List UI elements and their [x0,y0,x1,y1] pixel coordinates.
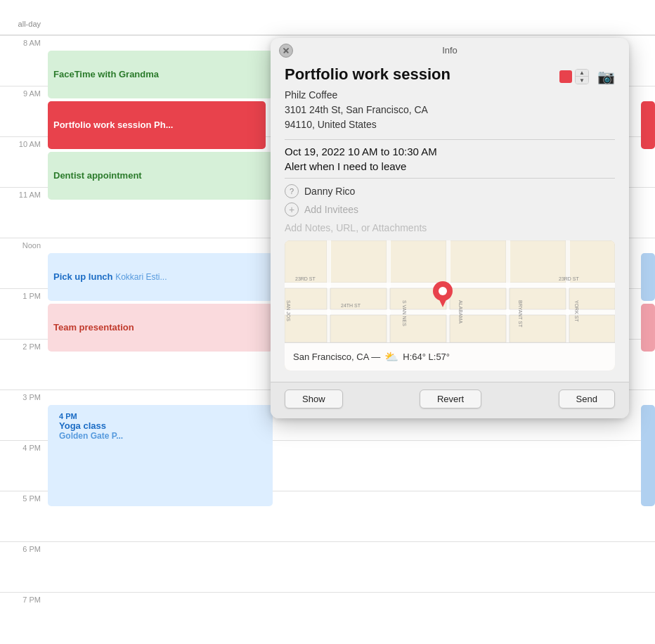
event-portfolio[interactable]: Portfolio work session Ph... [48,101,266,149]
all-day-label: all-day [0,20,48,28]
event-yoga-title: Yoga class [59,420,261,431]
event-lunch-title: Pick up lunch Kokkari Esti... [53,271,167,282]
time-label-4pm: 4 PM [0,441,48,452]
event-yoga[interactable]: 4 PM Yoga class Golden Gate P... [48,405,273,506]
time-label-1pm: 1 PM [0,289,48,300]
time-label-10am: 10 AM [0,137,48,148]
event-facetime-title: FaceTime with Grandma [53,69,159,79]
all-day-row: all-day [0,13,655,35]
map-canvas: 23RD ST 23RD ST 24TH ST SAN JOS S VAN NE… [285,240,615,342]
svg-rect-20 [285,315,327,342]
weather-text: San Francisco, CA — [293,352,380,362]
time-label-11am: 11 AM [0,188,48,199]
time-row-7pm: 7 PM [0,592,655,643]
revert-button[interactable]: Revert [420,389,481,408]
time-label-2pm: 2 PM [0,340,48,351]
event-lunch-right-bar [641,253,655,301]
person-icon: ? [285,184,299,198]
weather-temp: H:64° L:57° [403,352,450,362]
add-invitees-row[interactable]: + Add Invitees [285,202,615,217]
time-label-8am: 8 AM [0,36,48,47]
event-dentist-title: Dentist appointment [53,170,142,181]
event-yoga-time: 4 PM [59,412,261,420]
svg-text:23RD ST: 23RD ST [559,276,580,281]
event-portfolio-right-bar [641,101,655,149]
event-dentist[interactable]: Dentist appointment [48,152,273,200]
time-slot-7pm [48,593,655,643]
popup-notes-placeholder[interactable]: Add Notes, URL, or Attachments [285,222,615,233]
popup-map[interactable]: 23RD ST 23RD ST 24TH ST SAN JOS S VAN NE… [285,240,615,371]
popup-controls: ▲ ▼ 📷 [559,68,615,85]
svg-rect-2 [330,240,387,283]
time-label-9am: 9 AM [0,86,48,98]
time-label-3pm: 3 PM [0,390,48,401]
svg-rect-4 [450,240,506,283]
popup-event-header: Portfolio work session ▲ ▼ 📷 [285,65,615,85]
time-row-6pm: 6 PM [0,541,655,592]
popup-alert: Alert when I need to leave [285,160,615,172]
event-yoga-inner: 4 PM Yoga class Golden Gate P... [53,408,267,445]
stepper-down[interactable]: ▼ [576,77,588,84]
event-yoga-location: Golden Gate P... [59,431,261,441]
event-lunch[interactable]: Pick up lunch Kokkari Esti... [48,253,273,301]
svg-text:S VAN NES: S VAN NES [402,300,407,326]
svg-text:YORK ST: YORK ST [574,300,579,322]
svg-point-35 [439,287,447,295]
weather-icon: ⛅ [384,350,398,363]
svg-text:ALABAMA: ALABAMA [458,300,463,323]
event-portfolio-title: Portfolio work session Ph... [53,120,173,130]
stepper-up[interactable]: ▲ [576,70,588,77]
info-popup: Info Portfolio work session ▲ ▼ 📷 Philz … [271,38,629,418]
svg-rect-22 [390,315,446,342]
svg-text:23RD ST: 23RD ST [295,276,316,281]
popup-datetime: Oct 19, 2022 10 AM to 10:30 AM [285,146,615,157]
add-invitees-label: Add Invitees [304,204,358,215]
time-slot-6pm [48,542,655,592]
event-team[interactable]: Team presentation [48,304,273,352]
popup-footer: Show Revert Send [271,382,629,418]
show-button[interactable]: Show [285,389,343,408]
location-name: Philz Coffee [285,88,615,103]
popup-divider-2 [285,178,615,179]
map-svg: 23RD ST 23RD ST 24TH ST SAN JOS S VAN NE… [285,240,615,342]
map-weather-bar: San Francisco, CA — ⛅ H:64° L:57° [285,342,615,371]
location-address: 3101 24th St, San Francisco, CA94110, Un… [285,103,615,132]
send-button[interactable]: Send [559,389,615,408]
event-facetime[interactable]: FaceTime with Grandma [48,51,273,98]
time-label-6pm: 6 PM [0,542,48,553]
popup-invitees-section: ? Danny Rico + Add Invitees [285,184,615,217]
popup-header: Info [271,38,629,60]
popup-event-title: Portfolio work session [285,65,559,84]
popup-location: Philz Coffee 3101 24th St, San Francisco… [285,88,615,132]
svg-text:SAN JOS: SAN JOS [286,300,291,321]
add-invitees-icon: + [285,202,299,217]
event-yoga-right-bar [641,405,655,506]
time-label-7pm: 7 PM [0,593,48,604]
popup-title: Info [442,45,458,56]
time-label-5pm: 5 PM [0,491,48,503]
svg-text:24TH ST: 24TH ST [341,303,361,308]
event-color-dot[interactable] [559,70,572,83]
time-label-noon: Noon [0,238,48,250]
svg-rect-5 [510,240,566,283]
person-name: Danny Rico [304,186,355,197]
event-team-right-bar [641,304,655,352]
stepper-control[interactable]: ▲ ▼ [575,69,589,84]
video-icon[interactable]: 📷 [597,68,615,85]
svg-rect-14 [285,288,327,309]
close-button[interactable] [279,44,293,58]
popup-person-row: ? Danny Rico [285,184,615,198]
popup-divider-1 [285,139,615,140]
svg-text:BRYANT ST: BRYANT ST [518,300,523,328]
event-team-title: Team presentation [53,322,134,333]
popup-body: Portfolio work session ▲ ▼ 📷 Philz Coffe… [271,60,629,382]
svg-rect-21 [330,315,387,342]
svg-rect-3 [390,240,446,283]
